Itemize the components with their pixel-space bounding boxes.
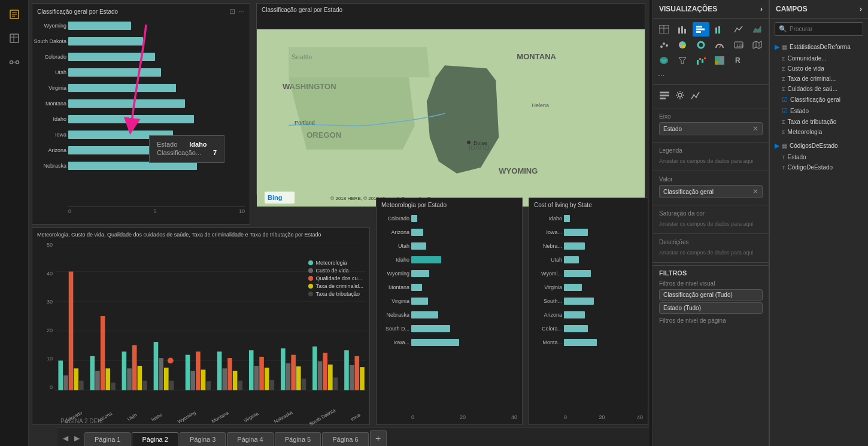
x-label: South Dakota	[308, 408, 336, 427]
focus-icon[interactable]: ⊡	[229, 7, 235, 16]
page-tab-5[interactable]: Página 5	[275, 432, 321, 446]
page-tab-4[interactable]: Página 4	[227, 432, 273, 446]
filter-pill-1[interactable]: Classificação geral (Tudo)	[659, 289, 763, 301]
visualizacoes-header: VISUALIZAÇÕES ›	[653, 0, 769, 19]
svg-point-8	[16, 61, 19, 64]
viz-icon-table[interactable]	[655, 22, 672, 37]
viz-icon-hbar[interactable]	[693, 22, 709, 37]
viz-icon-card[interactable]: 123	[730, 38, 747, 52]
sidebar-icon-report[interactable]	[5, 5, 24, 24]
viz-icon-treemap[interactable]	[711, 53, 728, 68]
sigma-icon: Σ	[782, 86, 785, 92]
map-background[interactable]: Seattle WASHINGTON OREGON MONTANA Helena…	[257, 29, 645, 207]
valor-field-remove[interactable]: ✕	[752, 187, 758, 196]
legend-color-custo	[308, 268, 313, 273]
page-tab-2[interactable]: Página 2	[132, 432, 178, 446]
svg-rect-111	[660, 92, 669, 93]
search-box[interactable]: 🔍	[775, 22, 863, 36]
h-bar-row: Iowa...	[564, 226, 643, 238]
svg-rect-39	[111, 383, 116, 390]
tooltip-val1: Idaho	[189, 141, 207, 148]
viz-fields-icon[interactable]	[659, 90, 670, 103]
legend-label-met: Meteorologia	[315, 260, 347, 266]
bar-fill	[68, 115, 194, 123]
campos-item-classificacao[interactable]: ☑ Classificação geral	[770, 94, 868, 105]
filtros-section: FILTROS Filtros de nível visual Classifi…	[653, 265, 769, 330]
page-tab-6[interactable]: Página 6	[322, 432, 368, 446]
viz-icon-funnel[interactable]	[674, 53, 691, 68]
sidebar-icon-relationship[interactable]	[5, 53, 24, 72]
svg-rect-102	[697, 60, 699, 65]
estatisticas-group-header[interactable]: ▶ ▦ EstátisticasDeReforma	[770, 41, 868, 53]
svg-rect-55	[217, 351, 222, 390]
bar-fill	[68, 22, 131, 30]
viz-icon-line[interactable]	[730, 22, 747, 37]
codigos-group-header[interactable]: ▶ ▦ CódigosDeEstado	[770, 139, 868, 152]
page-tab-3[interactable]: Página 3	[180, 432, 226, 446]
filter-pill-2[interactable]: Estado (Tudo)	[659, 302, 763, 314]
viz-icon-area[interactable]	[749, 22, 766, 37]
svg-rect-60	[249, 350, 254, 390]
h-bar-row: Colorado	[411, 213, 517, 224]
map-title: Classificação geral por Estado	[257, 4, 645, 16]
campos-item-comunidade[interactable]: Σ Comunidade...	[770, 53, 868, 63]
viz-icon-pie[interactable]	[674, 38, 691, 52]
campos-item-custo[interactable]: Σ Custo de vida	[770, 63, 868, 74]
campos-expand[interactable]: ›	[860, 5, 862, 13]
viz-icon-gauge[interactable]	[711, 38, 728, 52]
viz-icon-scatter[interactable]	[655, 38, 672, 52]
page-next-btn[interactable]: ▶	[72, 433, 82, 444]
viz-icon-map[interactable]	[749, 38, 766, 52]
bar-row: Montana	[68, 96, 245, 111]
text-icon: T	[782, 154, 785, 160]
eixo-field-remove[interactable]: ✕	[752, 125, 758, 133]
h-bar-row: Idaho	[411, 254, 517, 266]
campos-item-label: Meteorologia	[788, 129, 823, 135]
h-bar-row: Colora...	[564, 323, 643, 335]
viz-icon-r-visual[interactable]: R	[730, 53, 747, 68]
svg-rect-103	[699, 58, 701, 60]
viz-icon-filled-map[interactable]	[655, 53, 672, 68]
table-type-icon: ▦	[782, 142, 787, 149]
viz-format-icon[interactable]	[675, 90, 685, 103]
estatisticas-group-label: EstátisticasDeReforma	[790, 44, 851, 50]
search-input[interactable]	[790, 26, 859, 32]
campos-item-tributacao[interactable]: Σ Taxa de tributação	[770, 117, 868, 127]
svg-rect-68	[296, 366, 301, 390]
more-options-icon[interactable]: ···	[239, 7, 245, 16]
bar-row: Utah	[68, 65, 245, 80]
add-page-button[interactable]: +	[370, 430, 387, 446]
page-tab-1[interactable]: Página 1	[84, 432, 130, 446]
campos-item-estado2[interactable]: T Estado	[770, 152, 868, 162]
svg-rect-84	[684, 29, 686, 34]
viz-icon-donut[interactable]	[693, 38, 709, 52]
viz-analytics-icon[interactable]	[690, 90, 701, 103]
page-prev-btn[interactable]: ◀	[60, 433, 71, 444]
campos-item-label: Comunidade...	[788, 55, 827, 62]
svg-rect-4	[10, 34, 19, 43]
campos-item-cuidados[interactable]: Σ Cuidados de saú...	[770, 84, 868, 94]
sidebar-icon-data[interactable]	[5, 29, 24, 48]
campos-item-estado[interactable]: ☑ Estado	[770, 105, 868, 117]
visualizacoes-expand[interactable]: ›	[760, 5, 763, 13]
campos-item-codigoestado[interactable]: T CódigoDeEstado	[770, 162, 868, 172]
viz-icon-waterfall[interactable]	[693, 53, 709, 68]
viz-icon-bar[interactable]	[674, 22, 691, 37]
campos-header: CAMPOS ›	[770, 0, 868, 19]
legend-color-qual	[308, 276, 313, 281]
x-label: Virginia	[243, 411, 259, 423]
svg-rect-109	[718, 61, 724, 65]
text-icon: T	[782, 165, 785, 171]
h-chart-axis: 0 20 40	[411, 414, 517, 420]
viz-icon-stack-bar[interactable]	[711, 22, 728, 37]
valor-section: Valor Classificação geral ✕	[653, 171, 769, 205]
campos-item-taxa-criminal[interactable]: Σ Taxa de criminal...	[770, 74, 868, 84]
viz-more-options[interactable]: ···	[655, 69, 710, 81]
campos-item-meteorologia[interactable]: Σ Meteorologia	[770, 127, 868, 137]
svg-rect-87	[696, 31, 701, 33]
h-bar-row: Wyomi...	[564, 268, 643, 280]
svg-rect-107	[720, 56, 724, 61]
svg-rect-50	[186, 355, 190, 390]
svg-rect-42	[132, 345, 137, 390]
svg-rect-108	[715, 61, 718, 65]
